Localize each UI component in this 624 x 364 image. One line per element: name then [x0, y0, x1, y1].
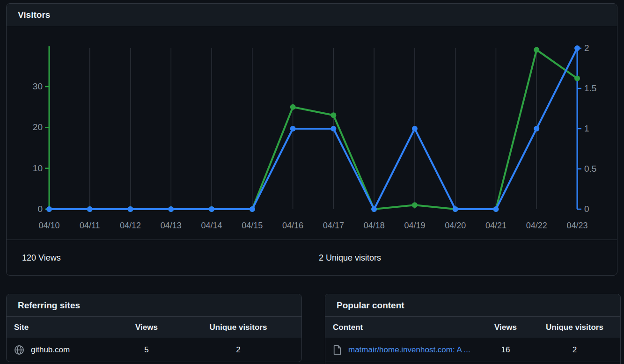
column-content: Content	[325, 323, 482, 332]
svg-text:04/18: 04/18	[364, 221, 385, 230]
svg-text:04/20: 04/20	[445, 221, 466, 230]
svg-text:04/22: 04/22	[526, 221, 547, 230]
svg-text:10: 10	[33, 163, 43, 173]
popular-content-table-header: Content Views Unique visitors	[325, 317, 620, 338]
popular-content-link[interactable]: matmair/home.invenhost.com: A ...	[348, 345, 470, 355]
unique-visitors-line	[49, 48, 577, 209]
popular-content-panel: Popular content Content Views Unique vis…	[325, 294, 621, 364]
svg-text:0: 0	[37, 204, 43, 214]
svg-text:04/10: 04/10	[38, 221, 59, 230]
svg-text:0: 0	[584, 204, 589, 214]
total-views-label: 120 Views	[22, 253, 61, 263]
content-unique-value: 2	[529, 345, 620, 355]
svg-text:0.5: 0.5	[584, 164, 596, 174]
svg-text:20: 20	[33, 122, 43, 132]
visitors-traffic-chart[interactable]: 010203000.511.5204/1004/1104/1204/1304/1…	[7, 26, 617, 240]
svg-text:04/23: 04/23	[566, 221, 587, 230]
svg-text:04/13: 04/13	[161, 221, 182, 230]
content-views-value: 16	[482, 345, 529, 355]
svg-text:04/14: 04/14	[201, 221, 222, 230]
visitors-title: Visitors	[18, 10, 50, 20]
referring-sites-title: Referring sites	[18, 300, 80, 311]
svg-text:04/15: 04/15	[242, 221, 263, 230]
svg-text:04/19: 04/19	[404, 221, 425, 230]
svg-text:30: 30	[33, 81, 43, 91]
referring-sites-header: Referring sites	[7, 294, 301, 317]
referring-sites-table-header: Site Views Unique visitors	[7, 317, 301, 338]
visitors-panel-header: Visitors	[7, 4, 617, 26]
svg-text:04/21: 04/21	[485, 221, 507, 230]
svg-text:1.5: 1.5	[584, 83, 596, 93]
column-views: Views	[482, 323, 529, 332]
svg-text:04/17: 04/17	[323, 221, 344, 230]
referring-sites-panel: Referring sites Site Views Unique visito…	[6, 294, 302, 362]
table-row: matmair/home.invenhost.com: A ... 16 2	[325, 338, 620, 362]
svg-text:04/12: 04/12	[120, 221, 141, 230]
svg-text:04/11: 04/11	[80, 221, 100, 230]
visitors-summary-bar: 120 Views 2 Unique visitors	[7, 240, 617, 275]
popular-content-title: Popular content	[337, 300, 404, 311]
total-unique-visitors-label: 2 Unique visitors	[319, 253, 381, 263]
site-unique-value: 2	[175, 345, 301, 355]
visitors-panel: Visitors 010203000.511.5204/1004/1104/12…	[6, 3, 617, 276]
globe-icon	[14, 345, 24, 355]
svg-text:2: 2	[584, 43, 589, 53]
referring-site-name: github.com	[31, 345, 70, 355]
column-unique-visitors: Unique visitors	[529, 323, 620, 332]
column-site: Site	[7, 323, 118, 332]
file-icon	[333, 345, 342, 355]
column-unique-visitors: Unique visitors	[175, 323, 301, 332]
site-views-value: 5	[118, 345, 175, 355]
svg-text:04/16: 04/16	[282, 221, 303, 230]
next-row-divider	[325, 362, 620, 364]
svg-text:1: 1	[584, 124, 589, 133]
popular-content-header: Popular content	[325, 294, 620, 317]
column-views: Views	[118, 323, 175, 332]
table-row: github.com 5 2	[7, 338, 301, 362]
